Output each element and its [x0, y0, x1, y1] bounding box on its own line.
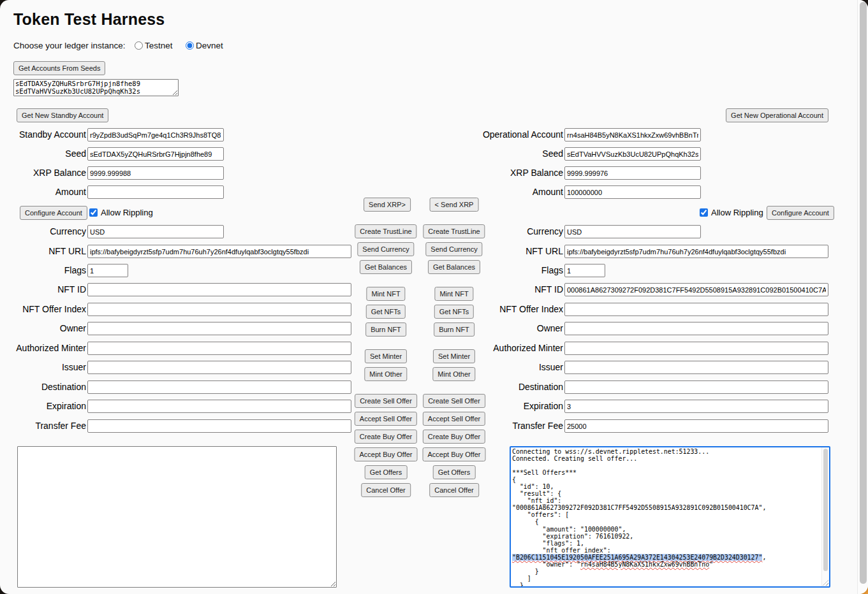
standby-expiration-input[interactable] [87, 400, 351, 413]
standby-cancel-offer-button[interactable]: Cancel Offer [361, 483, 411, 497]
operational-amount-label: Amount [477, 185, 563, 199]
standby-mint-nft-button[interactable]: Mint NFT [366, 287, 405, 301]
standby-accept-sell-offer-button[interactable]: Accept Sell Offer [355, 412, 417, 426]
standby-account-input[interactable] [87, 128, 224, 141]
standby-seed-label: Seed [0, 147, 86, 161]
standby-amount-label: Amount [0, 185, 86, 199]
standby-create-buy-offer-button[interactable]: Create Buy Offer [355, 430, 417, 444]
devnet-radio-label[interactable]: Devnet [196, 41, 223, 50]
operational-amount-input[interactable] [564, 185, 701, 199]
standby-set-minter-button[interactable]: Set Minter [365, 349, 407, 363]
standby-nft-offer-index-input[interactable] [87, 303, 351, 316]
standby-nft-id-input[interactable] [87, 283, 351, 296]
standby-create-sell-offer-button[interactable]: Create Sell Offer [355, 394, 417, 408]
operational-accept-buy-offer-button[interactable]: Accept Buy Offer [423, 447, 486, 461]
operational-mint-other-button[interactable]: Mint Other [432, 367, 475, 381]
operational-create-sell-offer-button[interactable]: Create Sell Offer [423, 394, 485, 408]
operational-account-input[interactable] [564, 128, 701, 141]
standby-issuer-input[interactable] [87, 361, 351, 374]
operational-expiration-input[interactable] [564, 400, 828, 413]
operational-send-xrp-button[interactable]: < Send XRP [430, 198, 479, 212]
operational-send-currency-button[interactable]: Send Currency [425, 242, 482, 256]
page-scrollbar[interactable] [857, 0, 868, 594]
page-title: Token Test Harness [13, 10, 165, 29]
operational-seed-input[interactable] [564, 147, 701, 161]
operational-currency-input[interactable] [564, 225, 701, 238]
operational-nft-offer-index-input[interactable] [564, 303, 828, 316]
results-scrollbar[interactable] [821, 447, 829, 586]
standby-get-nfts-button[interactable]: Get NFTs [366, 305, 406, 319]
get-accounts-from-seeds-button[interactable]: Get Accounts From Seeds [13, 61, 105, 75]
operational-xrp-balance-input[interactable] [564, 166, 701, 180]
standby-nft-url-input[interactable] [87, 245, 351, 258]
standby-accept-buy-offer-button[interactable]: Accept Buy Offer [355, 447, 418, 461]
standby-results-textarea[interactable] [17, 446, 337, 588]
standby-transfer-fee-input[interactable] [87, 419, 351, 433]
operational-authorized-minter-input[interactable] [564, 342, 828, 355]
operational-nft-url-input[interactable] [564, 245, 828, 258]
standby-flags-input[interactable] [87, 264, 128, 277]
standby-seed-input[interactable] [87, 147, 224, 161]
operational-transfer-fee-label: Transfer Fee [477, 419, 563, 433]
operational-allow-rippling-label[interactable]: Allow Rippling [711, 206, 763, 219]
standby-allow-rippling-checkbox[interactable] [89, 208, 98, 217]
operational-owner-input[interactable] [564, 322, 828, 335]
standby-account-label: Standby Account [0, 128, 86, 141]
operational-set-minter-button[interactable]: Set Minter [433, 349, 475, 363]
operational-burn-nft-button[interactable]: Burn NFT [434, 322, 474, 337]
standby-create-trustline-button[interactable]: Create TrustLine [355, 224, 416, 238]
get-new-standby-account-button[interactable]: Get New Standby Account [17, 108, 108, 122]
standby-xrp-balance-input[interactable] [87, 166, 224, 180]
operational-issuer-label: Issuer [477, 361, 563, 374]
standby-transfer-fee-label: Transfer Fee [0, 419, 86, 433]
operational-get-offers-button[interactable]: Get Offers [433, 465, 476, 479]
operational-configure-account-button[interactable]: Configure Account [767, 206, 834, 220]
operational-cancel-offer-button[interactable]: Cancel Offer [429, 483, 479, 497]
seeds-textarea[interactable]: sEdTDAX5yZQHuRSrbrG7Hjpjn8fhe89 sEdTVaHV… [13, 79, 179, 96]
operational-owner-label: Owner [477, 322, 563, 335]
ledger-instance-label: Choose your ledger instance: [13, 41, 126, 50]
devnet-radio[interactable] [186, 41, 194, 50]
operational-seed-label: Seed [477, 147, 563, 161]
standby-mint-other-button[interactable]: Mint Other [364, 367, 407, 381]
testnet-radio[interactable] [135, 41, 143, 50]
testnet-radio-label[interactable]: Testnet [145, 41, 173, 50]
standby-destination-input[interactable] [87, 380, 351, 394]
standby-get-balances-button[interactable]: Get Balances [360, 260, 412, 274]
operational-allow-rippling-checkbox[interactable] [700, 208, 708, 217]
operational-nft-id-input[interactable] [564, 283, 828, 296]
operational-create-trustline-button[interactable]: Create TrustLine [423, 224, 485, 238]
operational-create-buy-offer-button[interactable]: Create Buy Offer [423, 430, 485, 444]
operational-flags-label: Flags [477, 264, 563, 277]
operational-results-textarea[interactable]: Connecting to wss://s.devnet.rippletest.… [510, 446, 830, 588]
standby-send-xrp-button[interactable]: Send XRP> [364, 198, 411, 212]
standby-nft-url-label: NFT URL [0, 245, 86, 258]
operational-account-label: Operational Account [477, 128, 563, 141]
standby-amount-input[interactable] [87, 185, 224, 199]
operational-destination-input[interactable] [564, 380, 828, 394]
operational-get-balances-button[interactable]: Get Balances [428, 260, 480, 274]
operational-mint-nft-button[interactable]: Mint NFT [434, 287, 473, 301]
operational-transfer-fee-input[interactable] [564, 419, 828, 433]
operational-destination-label: Destination [477, 380, 563, 394]
page-scrollbar-thumb[interactable] [860, 2, 867, 584]
get-new-operational-account-button[interactable]: Get New Operational Account [726, 108, 828, 122]
standby-authorized-minter-input[interactable] [87, 342, 351, 355]
log-selected-text: "B206C1151045E192050AFEE251A695A29A372E1… [512, 554, 762, 561]
standby-flags-label: Flags [0, 264, 86, 277]
standby-configure-account-button[interactable]: Configure Account [20, 206, 87, 220]
standby-issuer-label: Issuer [0, 361, 86, 374]
app-window: Token Test Harness Choose your ledger in… [0, 0, 868, 594]
standby-send-currency-button[interactable]: Send Currency [357, 242, 414, 256]
results-scrollbar-thumb[interactable] [823, 449, 828, 571]
operational-get-nfts-button[interactable]: Get NFTs [434, 305, 474, 319]
standby-owner-input[interactable] [87, 322, 351, 335]
operational-accept-sell-offer-button[interactable]: Accept Sell Offer [423, 412, 485, 426]
operational-flags-input[interactable] [564, 264, 605, 277]
standby-allow-rippling-label[interactable]: Allow Rippling [101, 206, 153, 219]
standby-burn-nft-button[interactable]: Burn NFT [365, 322, 406, 337]
standby-currency-input[interactable] [87, 225, 224, 238]
standby-get-offers-button[interactable]: Get Offers [365, 465, 408, 479]
operational-issuer-input[interactable] [564, 361, 828, 374]
standby-currency-label: Currency [0, 225, 86, 238]
